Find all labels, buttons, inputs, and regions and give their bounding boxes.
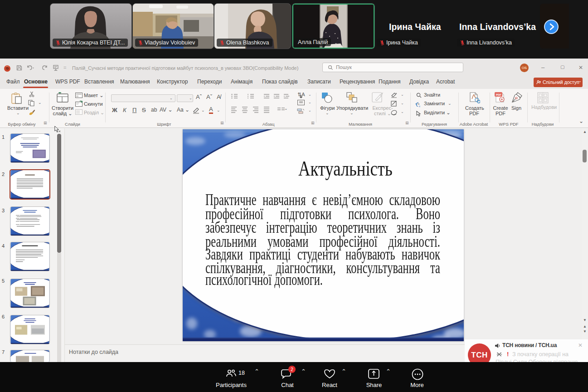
svg-text:c: c [419,105,420,108]
svg-text:PDF: PDF [496,93,501,96]
